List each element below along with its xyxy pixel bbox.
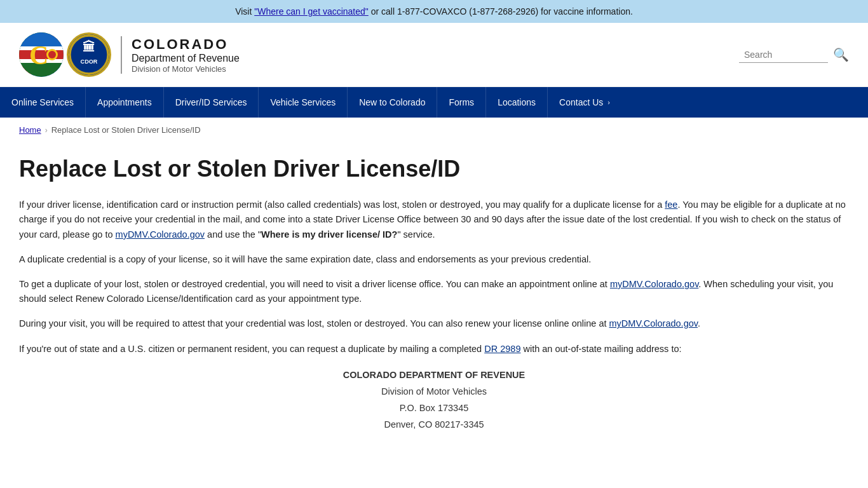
announcement-bar: Visit "Where can I get vaccinated" or ca… <box>0 0 868 23</box>
colorado-flag-logo: C <box>19 32 64 77</box>
breadcrumb-current: Replace Lost or Stolen Driver License/ID <box>51 125 201 135</box>
myDMV-link-1[interactable]: myDMV.Colorado.gov <box>116 229 205 240</box>
svg-point-6 <box>48 51 56 58</box>
para4-before: During your visit, you will be required … <box>19 318 609 329</box>
service-name: Where is my driver license/ ID? <box>261 229 397 240</box>
header: C 🏛 CDOR COLORADO Department of Revenue … <box>0 23 868 87</box>
myDMV-link-3[interactable]: myDMV.Colorado.gov <box>609 318 698 329</box>
myDMV-link-2[interactable]: myDMV.Colorado.gov <box>610 279 698 289</box>
breadcrumb-home[interactable]: Home <box>19 125 41 135</box>
paragraph-4: During your visit, you will be required … <box>19 316 849 331</box>
contact-us-chevron: › <box>607 98 610 106</box>
nav-contact-us[interactable]: Contact Us › <box>548 87 621 118</box>
nav-forms[interactable]: Forms <box>437 87 486 118</box>
announcement-text-after: or call 1-877-COVAXCO (1-877-268-2926) f… <box>369 6 633 17</box>
address-org-name: COLORADO DEPARTMENT OF REVENUE <box>19 367 849 383</box>
announcement-text-before: Visit <box>235 6 254 17</box>
para3-before: To get a duplicate of your lost, stolen … <box>19 279 610 289</box>
paragraph-2: A duplicate credential is a copy of your… <box>19 252 849 267</box>
cdor-logo: 🏛 CDOR <box>67 32 111 77</box>
main-content: Replace Lost or Stolen Driver License/ID… <box>0 142 868 463</box>
breadcrumb: Home › Replace Lost or Stolen Driver Lic… <box>0 118 868 142</box>
logo-icons: C 🏛 CDOR <box>19 32 111 77</box>
state-name: COLORADO <box>132 36 240 53</box>
address-line3: Denver, CO 80217-3345 <box>19 416 849 433</box>
main-nav: Online Services Appointments Driver/ID S… <box>0 87 868 118</box>
division-name: Division of Motor Vehicles <box>132 64 240 74</box>
fee-link[interactable]: fee <box>665 200 677 210</box>
nav-driver-id-services[interactable]: Driver/ID Services <box>164 87 259 118</box>
paragraph-3: To get a duplicate of your lost, stolen … <box>19 277 849 306</box>
breadcrumb-separator: › <box>45 126 48 135</box>
search-area: 🔍 <box>739 47 849 63</box>
nav-new-to-colorado[interactable]: New to Colorado <box>348 87 437 118</box>
nav-appointments[interactable]: Appointments <box>86 87 164 118</box>
nav-vehicle-services[interactable]: Vehicle Services <box>259 87 348 118</box>
address-line1: Division of Motor Vehicles <box>19 383 849 400</box>
svg-text:CDOR: CDOR <box>81 58 98 65</box>
logo-area: C 🏛 CDOR COLORADO Department of Revenue … <box>19 32 240 77</box>
vaccine-link[interactable]: "Where can I get vaccinated" <box>254 6 369 17</box>
search-input[interactable] <box>739 47 828 63</box>
para4-after: . <box>698 318 700 329</box>
address-block: COLORADO DEPARTMENT OF REVENUE Division … <box>19 367 849 433</box>
para5-after: with an out-of-state mailing address to: <box>520 344 681 354</box>
dr2989-link[interactable]: DR 2989 <box>484 344 520 354</box>
nav-locations[interactable]: Locations <box>486 87 548 118</box>
logo-text: COLORADO Department of Revenue Division … <box>121 36 240 74</box>
svg-text:C: C <box>29 41 48 70</box>
search-button[interactable]: 🔍 <box>833 47 849 62</box>
address-line2: P.O. Box 173345 <box>19 400 849 416</box>
paragraph-5: If you're out of state and a U.S. citize… <box>19 342 849 356</box>
nav-online-services[interactable]: Online Services <box>0 87 86 118</box>
svg-text:🏛: 🏛 <box>83 39 95 54</box>
dept-name: Department of Revenue <box>132 53 240 64</box>
para5-before: If you're out of state and a U.S. citize… <box>19 344 484 354</box>
page-title: Replace Lost or Stolen Driver License/ID <box>19 155 849 182</box>
paragraph-1: If your driver license, identification c… <box>19 198 849 242</box>
search-icon: 🔍 <box>833 48 849 62</box>
